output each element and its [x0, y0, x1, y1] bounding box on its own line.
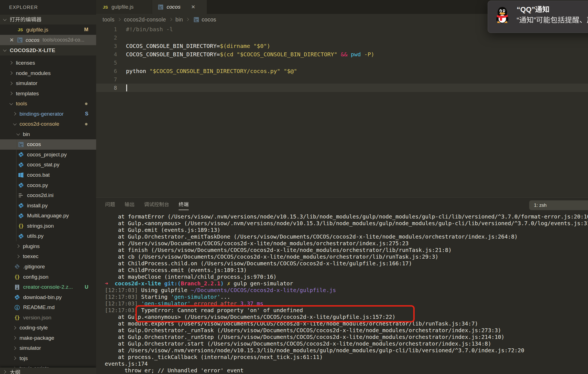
- terminal-text-segment: at formatError (/Users/visow/.nvm/versio…: [105, 213, 588, 220]
- python-file-icon: [18, 162, 24, 167]
- terminal-line: ➜ cocos2d-x-lite git:(Branch_2.2.1) ✗ gu…: [105, 280, 588, 287]
- tree-item-coding-style[interactable]: coding-style: [0, 323, 96, 333]
- tree-item-.gitignore[interactable]: .gitignore: [0, 262, 96, 272]
- tree-item-tojs[interactable]: tojs: [0, 353, 96, 364]
- tree-item-version.json[interactable]: {}version.json: [0, 312, 96, 323]
- tree-item-licenses[interactable]: licenses: [0, 58, 96, 68]
- tree-item-cocos_project.py[interactable]: cocos_project.py: [0, 150, 96, 160]
- git-file-icon: [14, 264, 20, 269]
- breadcrumb-item-bin[interactable]: bin: [176, 16, 183, 23]
- terminal-text-segment: at /Users/visow/Documents/COCOS/cocos2d-…: [105, 240, 409, 247]
- tree-item-templates[interactable]: templates: [0, 88, 96, 99]
- code-line-4[interactable]: 4COCOS_CONSOLE_BIN_DIRECTORY=$(cd "$COCO…: [96, 50, 588, 59]
- code-text: COCOS_CONSOLE_BIN_DIRECTORY=$(dirname "$…: [126, 42, 270, 50]
- tree-item-config.json[interactable]: {}config.json: [0, 272, 96, 282]
- terminal-line: at process._tickCallback (internal/proce…: [105, 354, 588, 361]
- log-file-icon: [18, 142, 24, 147]
- chevron-down-icon: [16, 132, 21, 137]
- terminal-text-segment: throw er; // Unhandled 'error' event: [105, 367, 244, 374]
- panel-tab-终端[interactable]: [179, 202, 189, 208]
- tree-item-simulator[interactable]: simulator: [0, 78, 96, 89]
- code-line-2[interactable]: 2: [96, 33, 588, 42]
- line-number: 2: [96, 33, 117, 42]
- code-line-3[interactable]: 3COCOS_CONSOLE_BIN_DIRECTORY=$(dirname "…: [96, 42, 588, 50]
- tree-item-simulator[interactable]: simulator: [0, 343, 96, 353]
- panel-tab-调试控制台[interactable]: [144, 202, 169, 208]
- code-token: -P): [361, 51, 374, 58]
- code-token: #!/bin/bash -l: [126, 26, 173, 33]
- terminal-text-segment: [12:17:03]: [105, 307, 138, 314]
- chevron-right-icon: [169, 18, 173, 21]
- code-editor[interactable]: 1#!/bin/bash -l23COCOS_CONSOLE_BIN_DIREC…: [96, 25, 588, 197]
- terminal-output[interactable]: at formatError (/Users/visow/.nvm/versio…: [105, 213, 588, 374]
- tree-item-download-bin.py[interactable]: download-bin.py: [0, 292, 96, 302]
- tree-item-utils.py[interactable]: utils.py: [0, 231, 96, 241]
- tree-item-bindings-generator[interactable]: bindings-generatorS: [0, 109, 96, 119]
- file-name: MultiLanguage.py: [27, 213, 69, 219]
- tree-item-strings.json[interactable]: {}strings.json: [0, 221, 96, 231]
- terminal-text-segment: at finish (/Users/visow/Documents/COCOS/…: [105, 247, 452, 253]
- code-token: COCOS_CONSOLE_BIN_DIRECTORY=: [126, 51, 220, 58]
- panel-tab-问题[interactable]: [105, 202, 115, 208]
- file-name: cocos_stat.py: [27, 162, 59, 168]
- annotation-red-box: [135, 305, 415, 322]
- chevron-right-icon: [13, 336, 17, 340]
- tab-label: cocos: [167, 4, 181, 10]
- tree-item-bin[interactable]: bin: [0, 129, 96, 140]
- terminal-text-segment: at cb (/Users/visow/Documents/COCOS/coco…: [105, 254, 438, 260]
- qq-notification[interactable]: “QQ” “”: [488, 1, 588, 33]
- file-name: cocos2d.ini: [27, 192, 54, 198]
- terminal-line: at Gulp.Orchestrator._runStep (/Users/vi…: [105, 334, 588, 341]
- tree-item-make-package[interactable]: make-package: [0, 333, 96, 343]
- breadcrumb-item-tools[interactable]: tools: [103, 16, 115, 23]
- code-line-6[interactable]: 6python "$COCOS_CONSOLE_BIN_DIRECTORY/co…: [96, 67, 588, 75]
- tree-item-cocos[interactable]: cocos: [0, 139, 96, 150]
- terminal-line: at ChildProcess.child.on (/Users/visow/D…: [105, 260, 588, 267]
- breadcrumb-item-cocos2d-console[interactable]: cocos2d-console: [124, 16, 166, 23]
- editor-tab-cocos[interactable]: cocos✕: [152, 0, 207, 14]
- tree-item-cocos2d.ini[interactable]: cocos2d.ini: [0, 190, 96, 201]
- close-icon[interactable]: ✕: [191, 4, 195, 10]
- tree-item-MultiLanguage.py[interactable]: MultiLanguage.py: [0, 211, 96, 221]
- terminal-line: at Gulp.emit (events.js:189:13): [105, 227, 588, 234]
- outline-section-header[interactable]: [0, 368, 96, 374]
- vscode-window: EXPLORER JSgulpfile.jsM✕cocostools/cocos…: [0, 0, 588, 374]
- code-line-5[interactable]: 5: [96, 59, 588, 67]
- chevron-right-icon: [9, 81, 14, 86]
- terminal-text-segment: at Gulp.Orchestrator.start (/Users/visow…: [105, 341, 491, 347]
- breadcrumb-item-cocos[interactable]: cocos: [201, 16, 216, 23]
- terminal-line: at Gulp.Orchestrator._emitTaskDone (/Use…: [105, 234, 588, 240]
- chevron-right-icon: [13, 326, 17, 330]
- tree-item-tools[interactable]: tools: [0, 99, 96, 109]
- panel-tab-输出[interactable]: [125, 202, 135, 208]
- tree-item-toexec[interactable]: toexec: [0, 251, 96, 262]
- tree-item-install.py[interactable]: install.py: [0, 200, 96, 211]
- tree-indent-guide: [16, 139, 16, 241]
- terminal-text-segment: at /Users/visow/.nvm/versions/node/v10.1…: [105, 347, 524, 354]
- terminal-text-segment: [224, 280, 227, 287]
- chevron-right-icon: [117, 18, 121, 21]
- tree-item-cocos.py[interactable]: cocos.py: [0, 180, 96, 190]
- tree-item-cocos2d-console[interactable]: cocos2d-console: [0, 119, 96, 129]
- code-line-8[interactable]: 8: [96, 84, 588, 92]
- code-line-7[interactable]: 7: [96, 75, 588, 84]
- log-file-icon: [158, 4, 163, 10]
- modified-dot-badge: [85, 123, 88, 125]
- file-tree: licensesnode_modulessimulatortemplatesto…: [0, 0, 96, 374]
- git-status-badge: U: [85, 284, 88, 290]
- shell-selector-value: 1: zsh: [534, 203, 546, 208]
- tree-item-plugins[interactable]: plugins: [0, 241, 96, 252]
- tree-item-cocos.bat[interactable]: cocos.bat: [0, 170, 96, 180]
- line-number: 7: [96, 75, 117, 84]
- terminal-line: [12:17:03] Starting 'gen-simulator'...: [105, 294, 588, 300]
- folder-name: simulator: [16, 80, 37, 86]
- editor-tab-gulpfile.js[interactable]: JSgulpfile.js: [96, 0, 152, 14]
- tree-item-README.md[interactable]: README.md: [0, 302, 96, 313]
- terminal-line: at Gulp.<anonymous> (/Users/visow/.nvm/v…: [105, 220, 588, 227]
- file-name: cocos.bat: [27, 172, 50, 178]
- terminal-shell-selector[interactable]: 1: zsh: [529, 200, 588, 210]
- tree-item-creator-console-2.z...[interactable]: creator-console-2.z...U: [0, 282, 96, 292]
- tree-item-cocos_stat.py[interactable]: cocos_stat.py: [0, 160, 96, 170]
- python-file-icon: [18, 213, 24, 218]
- tree-item-node_modules[interactable]: node_modules: [0, 68, 96, 78]
